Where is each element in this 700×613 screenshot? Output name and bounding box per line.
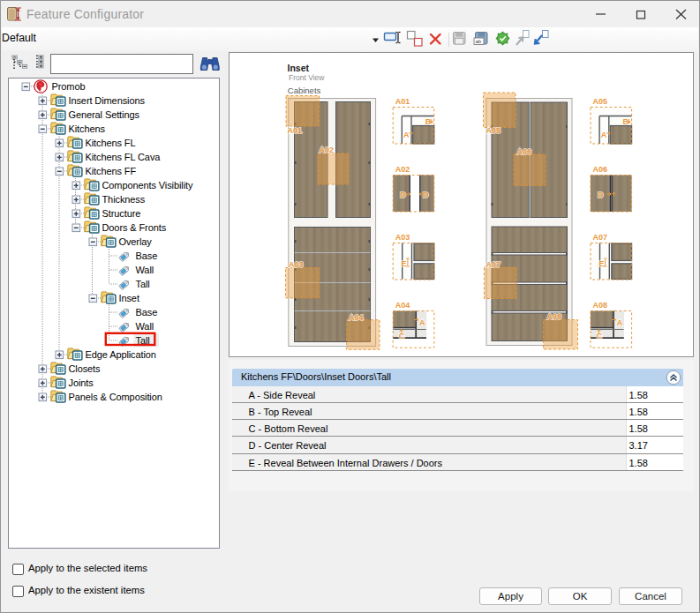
svg-text:A08: A08	[547, 312, 562, 321]
svg-text:D: D	[598, 191, 604, 199]
svg-text:D: D	[400, 191, 406, 199]
svg-text:Base: Base	[136, 307, 158, 318]
svg-text:A: A	[403, 131, 410, 139]
svg-text:E: E	[598, 259, 604, 268]
svg-text:Inset: Inset	[288, 63, 310, 73]
svg-text:A05: A05	[486, 126, 501, 135]
svg-text:Kitchens FF: Kitchens FF	[86, 166, 137, 176]
svg-text:Edge Application: Edge Application	[86, 349, 156, 360]
svg-text:A06: A06	[517, 147, 532, 156]
svg-text:A07: A07	[486, 260, 501, 269]
svg-text:A: A	[419, 318, 425, 327]
svg-text:A03: A03	[289, 260, 304, 269]
svg-text:Wall: Wall	[136, 321, 154, 332]
svg-text:A08: A08	[593, 301, 608, 310]
svg-text:Cabinets: Cabinets	[288, 86, 321, 95]
svg-text:Promob: Promob	[52, 81, 86, 92]
svg-text:A03: A03	[395, 233, 410, 242]
svg-text:A01: A01	[395, 97, 410, 106]
svg-text:Inset: Inset	[119, 293, 139, 303]
svg-text:Closets: Closets	[69, 363, 102, 374]
svg-text:General Settings: General Settings	[69, 109, 140, 120]
svg-text:Kitchens: Kitchens	[69, 123, 106, 134]
svg-text:Panels & Composition: Panels & Composition	[69, 392, 162, 402]
svg-text:A06: A06	[593, 165, 608, 174]
svg-text:Components Visibility: Components Visibility	[102, 180, 193, 191]
svg-text:Insert Dimensions: Insert Dimensions	[69, 95, 146, 106]
svg-text:Wall: Wall	[136, 265, 154, 275]
svg-text:Front View: Front View	[289, 73, 325, 82]
svg-text:Thickness: Thickness	[102, 194, 146, 205]
svg-text:E: E	[402, 259, 407, 268]
svg-text:D: D	[423, 191, 429, 199]
svg-text:A02: A02	[320, 146, 335, 154]
svg-text:A01: A01	[288, 126, 303, 135]
svg-text:A: A	[617, 318, 623, 327]
svg-text:Kitchens FL: Kitchens FL	[86, 138, 136, 148]
svg-text:A05: A05	[593, 97, 608, 106]
svg-text:A04: A04	[395, 301, 410, 310]
svg-text:A: A	[601, 131, 607, 139]
svg-text:A04: A04	[349, 313, 364, 322]
svg-text:Overlay: Overlay	[119, 236, 153, 247]
svg-text:Kitchens FL Cava: Kitchens FL Cava	[86, 152, 162, 162]
svg-text:C: C	[399, 332, 405, 340]
svg-text:ab: ab	[476, 39, 482, 44]
svg-text:Tall: Tall	[136, 279, 150, 289]
svg-text:Doors & Fronts: Doors & Fronts	[102, 222, 167, 233]
svg-text:Base: Base	[136, 250, 158, 261]
svg-text:Joints: Joints	[69, 378, 94, 388]
svg-text:Structure: Structure	[102, 208, 141, 219]
svg-text:A02: A02	[395, 165, 410, 174]
svg-text:A07: A07	[593, 233, 608, 242]
